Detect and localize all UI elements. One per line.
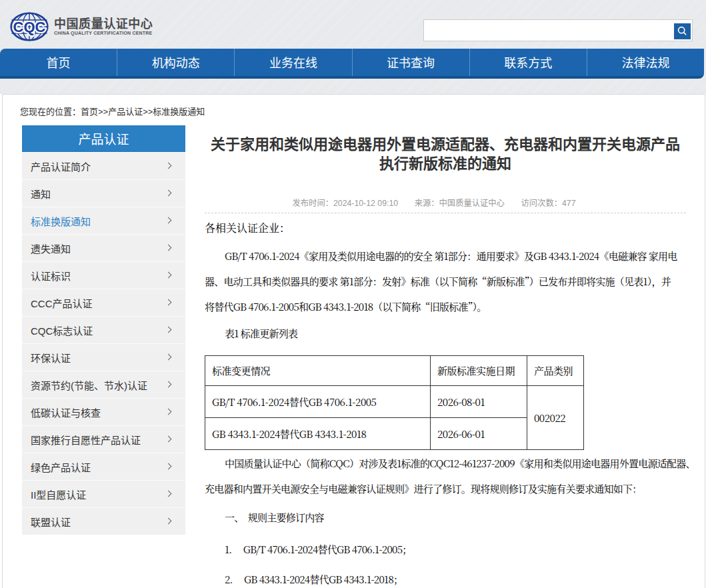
svg-text:CQC: CQC [13,19,46,35]
